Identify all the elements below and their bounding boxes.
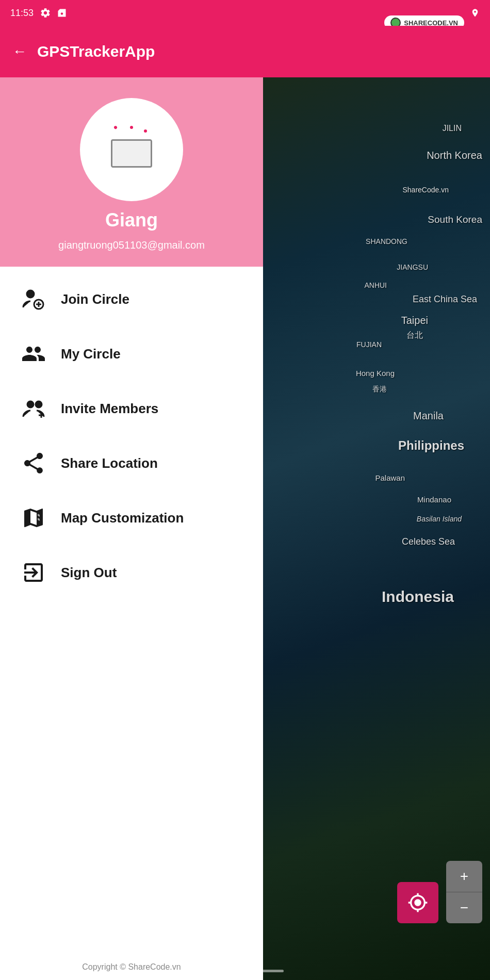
zoom-controls[interactable]: + − <box>446 861 482 923</box>
svg-point-0 <box>27 290 34 298</box>
map-label-fujian: FUJIAN <box>356 340 382 349</box>
sign-out-icon <box>21 560 46 585</box>
map-label-jilin: JILIN <box>443 124 462 133</box>
header: ← GPSTrackerApp <box>0 26 490 77</box>
map-label-indonesia: Indonesia <box>382 588 454 606</box>
menu-list: Join Circle My Circle <box>0 267 263 954</box>
join-circle-icon <box>21 286 46 312</box>
map-label-mindanao: Mindanao <box>417 495 451 504</box>
map-label-east-china: East China Sea <box>413 294 477 305</box>
sim-icon <box>57 7 67 19</box>
app-title: GPSTrackerApp <box>37 43 155 60</box>
profile-email: giangtruong051103@gmail.com <box>58 239 205 251</box>
copyright: Copyright © ShareCode.vn <box>0 954 263 980</box>
zoom-in-button[interactable]: + <box>446 861 482 892</box>
map-label-sharecode: ShareCode.vn <box>402 186 449 194</box>
map-label-north-korea: North Korea <box>427 150 482 161</box>
location-pin-icon <box>470 7 480 19</box>
map-label-anhui: ANHUI <box>364 281 387 289</box>
svg-point-4 <box>27 401 34 407</box>
menu-item-map-customization[interactable]: Map Customization <box>0 491 263 545</box>
map-label-palawan: Palawan <box>375 473 405 482</box>
map-label-south-korea: South Korea <box>428 214 482 225</box>
my-circle-icon <box>21 341 46 367</box>
map-label-hongkong: Hong Kong <box>356 369 395 378</box>
time-display: 11:53 <box>10 8 34 19</box>
map-label-hongkong-chinese: 香港 <box>372 385 387 394</box>
avatar-dots <box>124 132 139 135</box>
join-circle-label: Join Circle <box>61 291 129 307</box>
back-button[interactable]: ← <box>12 43 27 60</box>
menu-item-sign-out[interactable]: Sign Out <box>0 545 263 600</box>
invite-members-label: Invite Members <box>61 401 158 417</box>
map-label-taipei: Taipei <box>401 315 428 326</box>
map-label-philippines: Philippines <box>398 438 464 453</box>
status-right: SHARECODE.VN <box>470 7 480 19</box>
map-label-taipei-chinese: 台北 <box>406 330 423 341</box>
invite-members-icon <box>21 396 46 421</box>
home-indicator <box>206 970 284 972</box>
location-button[interactable] <box>397 882 438 923</box>
avatar-icon <box>111 132 152 168</box>
share-location-label: Share Location <box>61 455 158 471</box>
share-location-icon <box>21 450 46 476</box>
map-label-jiangsu: JIANGSU <box>397 263 428 271</box>
profile-name: Giang <box>105 209 158 231</box>
map-label-shandong: SHANDONG <box>366 237 407 246</box>
map-background: JILIN North Korea ShareCode.vn South Kor… <box>253 77 490 980</box>
avatar <box>80 98 183 201</box>
status-left: 11:53 <box>10 7 67 19</box>
avatar-monitor <box>111 139 152 168</box>
map-label-basilan: Basilan Island <box>417 515 462 523</box>
menu-item-join-circle[interactable]: Join Circle <box>0 272 263 326</box>
menu-item-invite-members[interactable]: Invite Members <box>0 381 263 436</box>
svg-point-5 <box>36 401 42 407</box>
map-label-celebes: Celebes Sea <box>402 536 455 547</box>
drawer-panel: Giang giangtruong051103@gmail.com Join C… <box>0 77 263 980</box>
sign-out-label: Sign Out <box>61 565 117 581</box>
status-bar: 11:53 SHARECODE.VN <box>0 0 490 26</box>
map-customization-icon <box>21 505 46 531</box>
map-label-manila: Manila <box>413 410 444 422</box>
map-customization-label: Map Customization <box>61 510 184 526</box>
profile-section: Giang giangtruong051103@gmail.com <box>0 77 263 267</box>
my-circle-label: My Circle <box>61 346 121 362</box>
menu-item-share-location[interactable]: Share Location <box>0 436 263 491</box>
zoom-out-button[interactable]: − <box>446 892 482 923</box>
settings-icon <box>40 7 51 19</box>
menu-item-my-circle[interactable]: My Circle <box>0 326 263 381</box>
